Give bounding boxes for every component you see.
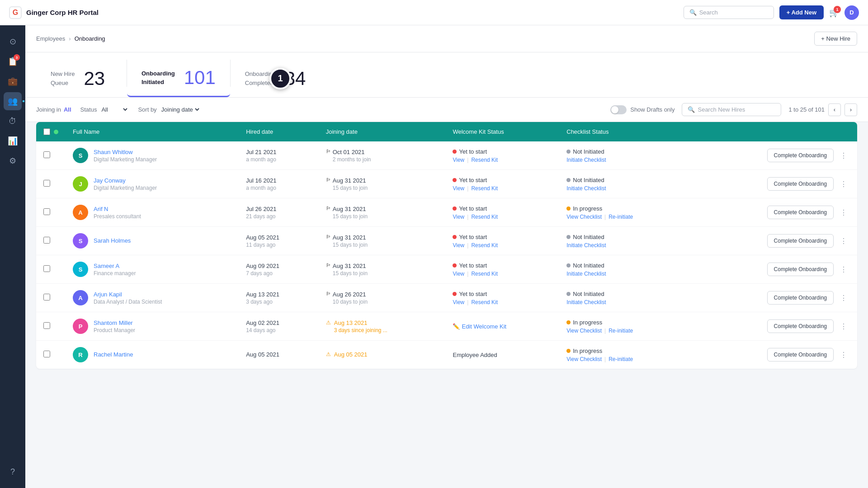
table-row: R Rachel Martine Aug 05 2021 ⚠ Aug 05 20…	[36, 341, 857, 369]
stat-card-queue[interactable]: New HireQueue 23	[36, 60, 127, 97]
select-all-checkbox[interactable]	[43, 128, 50, 135]
hired-date-cell: Aug 09 2021 7 days ago	[239, 255, 319, 284]
more-options-button[interactable]: ⋮	[837, 263, 850, 276]
more-options-button[interactable]: ⋮	[837, 320, 850, 333]
search-new-hires-input[interactable]: 🔍 Search New Hires	[682, 103, 781, 116]
people-icon: 👥	[8, 96, 18, 106]
global-search[interactable]: 🔍 Search	[684, 6, 774, 19]
sidebar-item-home[interactable]: ⊙	[4, 33, 22, 51]
filter-joining: Joining in All	[36, 106, 71, 113]
checklist-action-re-initiate[interactable]: Re-initiate	[609, 214, 633, 220]
welcome-link-view[interactable]: View	[453, 271, 464, 277]
checklist-action-re-initiate[interactable]: Re-initiate	[609, 356, 633, 362]
employee-name[interactable]: Sameer A	[94, 263, 136, 269]
row-checkbox[interactable]	[43, 294, 50, 300]
breadcrumb-parent[interactable]: Employees	[36, 35, 65, 42]
welcome-link-view[interactable]: View	[453, 157, 464, 163]
welcome-kit-status-cell: Yet to start View|Resend Kit	[453, 291, 552, 305]
employee-name[interactable]: Jay Conway	[94, 177, 157, 184]
pagination-text: 1 to 25 of 101	[788, 106, 825, 113]
checklist-action-initiate-checklist[interactable]: Initiate Checklist	[566, 242, 606, 249]
filter-sort-label: Sort by	[138, 106, 156, 113]
sidebar-item-help[interactable]: ?	[4, 463, 22, 481]
more-options-button[interactable]: ⋮	[837, 235, 850, 247]
stat-card-initiated[interactable]: OnboardingInitiated 101	[127, 60, 230, 97]
complete-onboarding-button[interactable]: Complete Onboarding	[767, 177, 834, 191]
breadcrumb-current: Onboarding	[75, 35, 105, 42]
row-checkbox[interactable]	[43, 265, 50, 272]
notification-bell[interactable]: 🛒 1	[829, 8, 839, 18]
welcome-link-resend-kit[interactable]: Resend Kit	[471, 214, 498, 220]
row-checkbox[interactable]	[43, 322, 50, 329]
more-options-button[interactable]: ⋮	[837, 178, 850, 190]
checklist-action-view-checklist[interactable]: View Checklist	[566, 214, 602, 220]
complete-onboarding-button[interactable]: Complete Onboarding	[767, 263, 834, 276]
employee-avatar: A	[73, 290, 88, 305]
pagination-prev[interactable]: ‹	[828, 103, 841, 116]
edit-welcome-kit-link[interactable]: Edit Welcome Kit	[462, 323, 506, 330]
employee-name[interactable]: Sarah Holmes	[94, 237, 131, 244]
pagination-next[interactable]: ›	[844, 103, 857, 116]
welcome-link-view[interactable]: View	[453, 214, 464, 220]
row-checkbox[interactable]	[43, 208, 50, 215]
checklist-status-cell: Not Initiated Initiate Checklist	[566, 234, 687, 249]
new-hire-button[interactable]: + New Hire	[814, 32, 857, 46]
sidebar-item-briefcase[interactable]: 💼	[4, 72, 22, 90]
help-icon: ?	[10, 467, 15, 477]
welcome-link-view[interactable]: View	[453, 185, 464, 192]
complete-onboarding-button[interactable]: Complete Onboarding	[767, 291, 834, 305]
checklist-action-initiate-checklist[interactable]: Initiate Checklist	[566, 185, 606, 192]
employee-info: Arjun Kapil Data Analyst / Data Scientis…	[94, 291, 162, 305]
welcome-link-resend-kit[interactable]: Resend Kit	[471, 185, 498, 192]
filter-joining-all[interactable]: All	[64, 106, 71, 113]
welcome-status-text: Yet to start	[459, 148, 487, 155]
filter-status-select[interactable]: All Active Inactive	[99, 106, 129, 113]
more-options-button[interactable]: ⋮	[837, 206, 850, 219]
complete-onboarding-button[interactable]: Complete Onboarding	[767, 319, 834, 333]
checklist-cell: Not Initiated Initiate Checklist	[559, 227, 694, 255]
row-checkbox[interactable]	[43, 151, 50, 158]
checklist-action-view-checklist[interactable]: View Checklist	[566, 356, 602, 362]
row-checkbox[interactable]	[43, 180, 50, 187]
user-avatar[interactable]: D	[844, 5, 859, 20]
complete-onboarding-button[interactable]: Complete Onboarding	[767, 149, 834, 162]
checklist-action-initiate-checklist[interactable]: Initiate Checklist	[566, 271, 606, 277]
welcome-link-view[interactable]: View	[453, 299, 464, 305]
row-checkbox[interactable]	[43, 237, 50, 244]
checklist-status-row: Not Initiated	[566, 234, 687, 240]
welcome-link-view[interactable]: View	[453, 242, 464, 249]
search-new-hires-placeholder: Search New Hires	[698, 106, 745, 113]
show-drafts-toggle[interactable]	[610, 105, 627, 114]
employee-name[interactable]: Arjun Kapil	[94, 291, 162, 298]
checklist-action-re-initiate[interactable]: Re-initiate	[609, 328, 633, 334]
employee-name[interactable]: Arif N	[94, 206, 141, 212]
employee-name[interactable]: Shantom Miller	[94, 319, 135, 326]
checklist-action-view-checklist[interactable]: View Checklist	[566, 328, 602, 334]
sidebar-item-clock[interactable]: ⏱	[4, 112, 22, 130]
more-options-button[interactable]: ⋮	[837, 291, 850, 304]
welcome-link-resend-kit[interactable]: Resend Kit	[471, 157, 498, 163]
welcome-link-resend-kit[interactable]: Resend Kit	[471, 242, 498, 249]
employee-name[interactable]: Shaun Whitlow	[94, 149, 157, 155]
welcome-link-resend-kit[interactable]: Resend Kit	[471, 299, 498, 305]
action-buttons: Complete Onboarding ⋮	[702, 291, 850, 305]
sidebar-item-people[interactable]: 👥	[4, 92, 22, 110]
filter-sort-select[interactable]: Joining date Hired date Name	[160, 106, 201, 113]
add-new-button[interactable]: + Add New	[779, 5, 824, 19]
more-options-button[interactable]: ⋮	[837, 149, 850, 162]
welcome-link-resend-kit[interactable]: Resend Kit	[471, 271, 498, 277]
sidebar-item-chart[interactable]: 📊	[4, 132, 22, 150]
complete-onboarding-button[interactable]: Complete Onboarding	[767, 348, 834, 361]
checklist-action-initiate-checklist[interactable]: Initiate Checklist	[566, 299, 606, 305]
complete-onboarding-button[interactable]: Complete Onboarding	[767, 206, 834, 219]
checklist-action-initiate-checklist[interactable]: Initiate Checklist	[566, 157, 606, 163]
row-checkbox[interactable]	[43, 351, 50, 357]
welcome-status-text: Yet to start	[459, 177, 487, 183]
complete-onboarding-button[interactable]: Complete Onboarding	[767, 234, 834, 248]
employee-name[interactable]: Rachel Martine	[94, 351, 133, 358]
more-options-button[interactable]: ⋮	[837, 348, 850, 361]
sidebar-item-settings[interactable]: ⚙	[4, 152, 22, 170]
action-buttons: Complete Onboarding ⋮	[702, 348, 850, 361]
welcome-status-text: Yet to start	[459, 234, 487, 240]
sidebar-item-inbox[interactable]: 📋 3	[4, 52, 22, 70]
